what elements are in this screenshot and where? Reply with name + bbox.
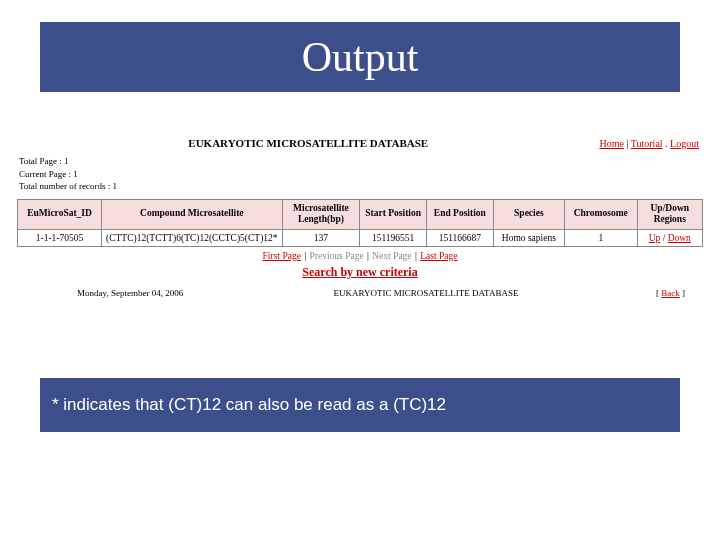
col-updown: Up/Down Regions (637, 199, 702, 229)
col-length: Microsatellite Length(bp) (282, 199, 360, 229)
table-header-row: EuMicroSat_ID Compound Microsatellite Mi… (18, 199, 703, 229)
db-header: EUKARYOTIC MICROSATELLITE DATABASE Home … (17, 135, 703, 151)
back-link[interactable]: Back (661, 288, 680, 298)
search-new-criteria: Search by new criteria (17, 265, 703, 280)
cell-end: 151166687 (427, 229, 494, 246)
slide-title-bar: Output (40, 22, 680, 92)
cell-start: 151196551 (360, 229, 427, 246)
pager-next: Next Page (372, 251, 411, 261)
db-footer: Monday, September 04, 2006 EUKARYOTIC MI… (17, 288, 703, 298)
slide-footnote: * indicates that (CT)12 can also be read… (52, 395, 446, 415)
col-end: End Position (427, 199, 494, 229)
slide-title: Output (302, 33, 419, 81)
col-id: EuMicroSat_ID (18, 199, 102, 229)
table-row: 1-1-1-70505 (CTTC)12(TCTT)6(TC)12(CCTC)5… (18, 229, 703, 246)
tutorial-link[interactable]: Tutorial (631, 138, 663, 149)
database-output-panel: EUKARYOTIC MICROSATELLITE DATABASE Home … (17, 135, 703, 298)
col-species: Species (493, 199, 564, 229)
down-region-link[interactable]: Down (668, 233, 691, 243)
meta-total-pages: Total Page : 1 (19, 155, 703, 168)
cell-length: 137 (282, 229, 360, 246)
pager-first[interactable]: First Page (263, 251, 301, 261)
home-link[interactable]: Home (599, 138, 623, 149)
cell-chromosome: 1 (565, 229, 638, 246)
up-region-link[interactable]: Up (649, 233, 661, 243)
pager-last[interactable]: Last Page (420, 251, 457, 261)
cell-updown: Up / Down (637, 229, 702, 246)
cell-species: Homo sapiens (493, 229, 564, 246)
result-meta: Total Page : 1 Current Page : 1 Total nu… (19, 155, 703, 193)
slide-footnote-bar: * indicates that (CT)12 can also be read… (40, 378, 680, 432)
footer-dbname: EUKARYOTIC MICROSATELLITE DATABASE (287, 288, 565, 298)
search-new-link[interactable]: Search by new criteria (302, 265, 417, 279)
cell-id: 1-1-1-70505 (18, 229, 102, 246)
pager: First Page | Previous Page | Next Page |… (17, 251, 703, 261)
col-start: Start Position (360, 199, 427, 229)
meta-current-page: Current Page : 1 (19, 168, 703, 181)
footer-date: Monday, September 04, 2006 (17, 288, 287, 298)
results-table: EuMicroSat_ID Compound Microsatellite Mi… (17, 199, 703, 247)
db-title: EUKARYOTIC MICROSATELLITE DATABASE (17, 135, 599, 151)
meta-total-records: Total number of records : 1 (19, 180, 703, 193)
col-chromosome: Chromosome (565, 199, 638, 229)
footer-back: [ Back ] (565, 288, 703, 298)
cell-motif: (CTTC)12(TCTT)6(TC)12(CCTC)5(CT)12* (102, 229, 283, 246)
db-nav: Home | Tutorial . Logout (599, 138, 703, 149)
col-motif: Compound Microsatellite (102, 199, 283, 229)
pager-prev: Previous Page (310, 251, 364, 261)
logout-link[interactable]: Logout (670, 138, 699, 149)
